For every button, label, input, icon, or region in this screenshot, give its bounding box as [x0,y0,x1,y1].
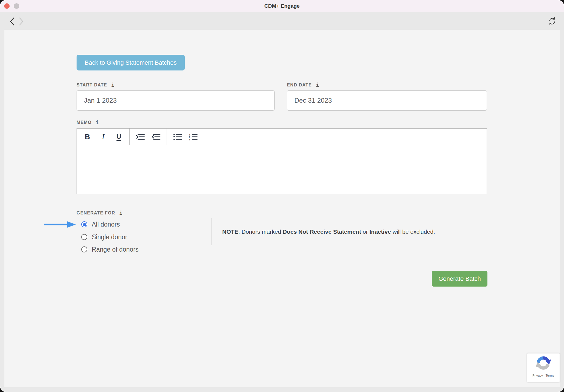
memo-label: MEMO i [77,119,99,125]
info-icon[interactable]: i [119,210,122,216]
navigation-bar [0,13,564,30]
radio-range-of-donors[interactable]: Range of donors [81,246,139,253]
pointer-arrow-icon [44,221,76,229]
window-corner [0,386,6,392]
info-icon[interactable]: i [96,119,99,125]
refresh-icon[interactable] [548,17,556,25]
italic-icon[interactable]: I [95,130,111,143]
generate-for-label: GENERATE FOR i [77,210,122,216]
radio-all-donors[interactable]: All donors [81,221,120,228]
list-group: 123 [167,129,204,145]
recaptcha-badge[interactable]: Privacy - Terms [527,353,560,382]
traffic-lights [4,3,19,9]
note-text: NOTE: Donors marked Does Not Receive Sta… [222,228,435,235]
forward-chevron-icon[interactable] [18,17,24,26]
numbered-list-icon[interactable]: 123 [185,130,201,143]
radio-button[interactable] [81,234,87,240]
back-chevron-icon[interactable] [9,17,16,26]
radio-button[interactable] [81,221,87,227]
recaptcha-logo-icon [535,355,552,373]
minimize-traffic-icon[interactable] [14,3,19,9]
bullet-list-icon[interactable] [170,130,185,143]
indent-icon[interactable] [132,130,148,143]
bold-icon[interactable]: B [80,130,95,143]
titlebar: CDM+ Engage [0,0,564,12]
underline-icon[interactable]: U [111,130,127,143]
memo-format-toolbar: B I U [77,128,487,145]
window-corner [0,0,6,6]
end-date-input[interactable] [287,90,487,111]
start-date-input[interactable] [77,90,275,111]
svg-text:3: 3 [189,138,190,140]
info-icon[interactable]: i [316,82,319,88]
main-content: Back to Giving Statement Batches START D… [4,30,560,387]
indent-group [130,129,167,145]
radio-button[interactable] [81,246,87,252]
radio-single-donor[interactable]: Single donor [81,233,127,241]
generate-batch-button[interactable]: Generate Batch [432,271,487,287]
outdent-icon[interactable] [148,130,164,143]
vertical-divider [212,218,212,245]
memo-editor[interactable] [77,145,487,194]
info-icon[interactable]: i [111,82,114,88]
privacy-terms-link[interactable]: Privacy - Terms [532,374,554,377]
end-date-label: END DATE i [287,82,319,88]
window-corner [558,386,564,392]
text-style-group: B I U [77,129,130,145]
start-date-label: START DATE i [77,82,114,88]
window-corner [558,0,564,6]
window-title: CDM+ Engage [0,0,564,12]
back-to-batches-button[interactable]: Back to Giving Statement Batches [77,55,185,70]
